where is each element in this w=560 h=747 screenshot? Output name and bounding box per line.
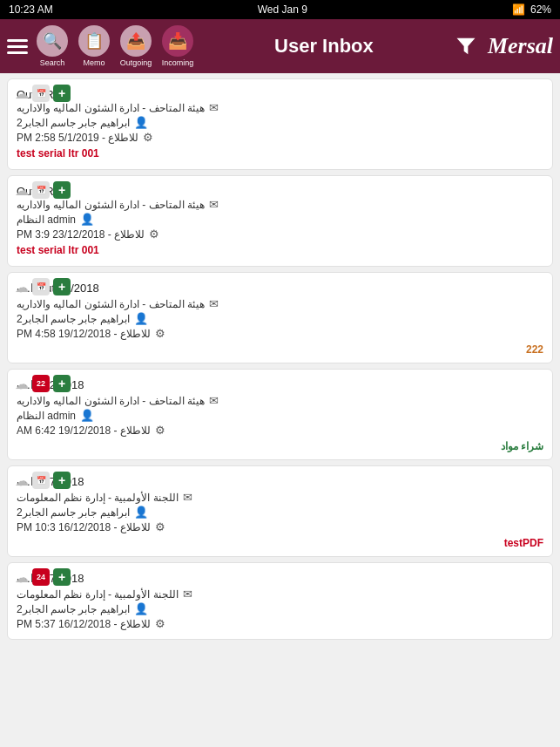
item-date-row: ⚙ للاطلاع - 23/12/2018 PM 3:9 [17,227,219,241]
clock-icon: ⚙ [149,227,159,241]
item-date-row: ⚙ للاطلاع - 19/12/2018 AM 6:42 [17,424,543,437]
add-button[interactable]: + [53,181,71,199]
item-datetime: للاطلاع - 19/12/2018 PM 4:58 [17,328,151,340]
person-icon: 👤 [134,506,148,519]
status-day: Wed Jan 9 [258,3,307,16]
inbox-item[interactable]: ☁ 📅 + Out/ARC/ ✉ هيئة المتاحف - ادارة ال… [7,78,553,170]
item-subject: ا.ت/Out/56/2018 [17,282,543,295]
item-date-row: ⚙ للاطلاع - 5/1/2019 PM 2:58 [17,131,219,144]
item-org-row: ✉ اللجنة الأولمبية - إدارة نظم المعلومات [17,491,543,504]
item-person-row: 👤 admin النظام [17,409,543,422]
incoming-label: Incoming [162,58,194,67]
item-footer: شراء مواد [17,440,543,452]
wifi-icon: 📶 [512,3,525,16]
inbox-item[interactable]: ☁ 📅 + ا.ت/Out/56/2018 ✉ هيئة المتاحف - ا… [7,272,553,363]
memo-label: Memo [83,58,105,67]
item-org-row: ✉ هيئة المتاحف - ادارة الشئون الماليه وا… [17,297,543,310]
cloud-icon: ☁ [15,85,29,102]
item-person: admin النظام [17,214,76,226]
add-button[interactable]: + [53,85,71,102]
item-person-row: 👤 ابراهيم جابر جاسم الجابر2 [17,312,543,325]
cloud-icon: ☁ [15,569,29,586]
item-org-row: ✉ هيئة المتاحف - ادارة الشئون الماليه وا… [17,198,219,211]
item-person: ابراهيم جابر جاسم الجابر2 [17,117,130,129]
item-subject: ا.ت/In/7/2018 [17,572,543,585]
item-org-row: ✉ هيئة المتاحف - ادارة الشئون الماليه وا… [17,101,219,114]
item-datetime: للاطلاع - 16/12/2018 PM 5:37 [17,618,151,630]
item-footer: testPDF [17,537,543,549]
item-date-row: ⚙ للاطلاع - 19/12/2018 PM 4:58 [17,327,543,340]
person-icon: 👤 [80,409,94,422]
item-footer: test serial ltr 001 [17,244,219,256]
item-org: هيئة المتاحف - ادارة الشئون الماليه والا… [17,298,205,310]
add-button[interactable]: + [53,568,71,586]
hamburger-menu[interactable] [7,39,28,54]
item-toolbar: ☁ 📅 + [15,181,71,199]
cal-badge: 24 [32,568,50,586]
person-icon: 👤 [134,602,148,615]
nav-incoming[interactable]: 📥 Incoming [157,24,199,69]
item-person-row: 👤 ابراهيم جابر جاسم الجابر2 [17,116,219,129]
status-right: 📶 62% [512,3,551,16]
envelope-icon: ✉ [183,491,192,504]
item-footer: 222 [17,343,543,356]
incoming-circle: 📥 [162,25,193,57]
item-toolbar: ☁ 📅 + [15,278,71,295]
clock-icon: ⚙ [143,131,153,144]
item-content: ا.ت/In/7/2018 ✉ اللجنة الأولمبية - إدارة… [17,572,543,630]
add-button[interactable]: + [53,278,71,295]
nav-bar: 🔍 Search 📋 Memo 📤 Outgoing 📥 Incoming Us… [0,19,560,73]
item-toolbar: ☁ 22 + [15,375,71,392]
item-person: ابراهيم جابر جاسم الجابر2 [17,313,130,325]
add-button[interactable]: + [53,375,71,392]
inbox-item[interactable]: ☁ 22 + ا.ت/In/2/2018 ✉ هيئة المتاحف - اد… [7,369,553,460]
add-button[interactable]: + [53,472,71,489]
item-toolbar: ☁ 📅 + [15,472,71,489]
item-person-row: 👤 admin النظام [17,213,219,226]
cloud-icon: ☁ [15,376,29,392]
item-subject: Out/ARC/ ✉ هيئة المتاحف - ادارة الشئون ا… [17,185,543,256]
envelope-icon: ✉ [209,297,219,310]
item-footer: test serial ltr 001 [17,147,219,160]
item-org-row: ✉ هيئة المتاحف - ادارة الشئون الماليه وا… [17,394,543,407]
inbox-item[interactable]: ☁ 24 + ا.ت/In/7/2018 ✉ اللجنة الأولمبية … [7,562,553,640]
item-content: ا.ت/In/7/2018 ✉ اللجنة الأولمبية - إدارة… [17,475,543,549]
envelope-icon: ✉ [183,587,192,601]
nav-search[interactable]: 🔍 Search [31,24,73,69]
status-bar: 10:23 AM Wed Jan 9 📶 62% [0,0,560,19]
inbox-list: ☁ 📅 + Out/ARC/ ✉ هيئة المتاحف - ادارة ال… [0,73,560,645]
item-person-row: 👤 ابراهيم جابر جاسم الجابر2 [17,602,543,615]
nav-memo[interactable]: 📋 Memo [73,24,115,69]
outgoing-label: Outgoing [120,58,152,67]
nav-outgoing[interactable]: 📤 Outgoing [115,24,157,69]
cal-badge: 📅 [32,181,50,199]
person-icon: 👤 [134,312,148,325]
item-org: اللجنة الأولمبية - إدارة نظم المعلومات [17,588,179,601]
filter-button[interactable] [449,30,482,63]
item-person: ابراهيم جابر جاسم الجابر2 [17,506,130,519]
item-org: هيئة المتاحف - ادارة الشئون الماليه والا… [17,395,205,407]
item-person-row: 👤 ابراهيم جابر جاسم الجابر2 [17,506,543,519]
item-datetime: للاطلاع - 19/12/2018 AM 6:42 [17,424,151,437]
incoming-icon: 📥 [168,31,187,51]
inbox-item[interactable]: ☁ 📅 + ا.ت/In/7/2018 ✉ اللجنة الأولمبية -… [7,465,553,557]
item-date-row: ⚙ للاطلاع - 16/12/2018 PM 5:37 [17,617,543,630]
clock-icon: ⚙ [155,520,165,533]
envelope-icon: ✉ [209,198,219,211]
cloud-icon: ☁ [15,472,29,489]
item-subject: ا.ت/In/7/2018 [17,475,543,488]
outgoing-icon: 📤 [126,31,145,51]
clock-icon: ⚙ [155,617,165,630]
item-date-row: ⚙ للاطلاع - 16/12/2018 PM 10:3 [17,520,543,533]
cloud-icon: ☁ [15,279,29,295]
item-org: هيئة المتاحف - ادارة الشئون الماليه والا… [17,199,205,211]
item-datetime: للاطلاع - 23/12/2018 PM 3:9 [17,228,145,241]
item-toolbar: ☁ 24 + [15,568,71,586]
person-icon: 👤 [134,116,148,129]
item-subject: Out/ARC/ ✉ هيئة المتاحف - ادارة الشئون ا… [17,88,543,160]
cloud-icon: ☁ [15,182,29,199]
clock-icon: ⚙ [155,327,165,340]
outgoing-circle: 📤 [120,25,152,57]
cal-badge: 22 [32,375,50,392]
inbox-item[interactable]: ☁ 📅 + Out/ARC/ ✉ هيئة المتاحف - ادارة ال… [7,175,553,267]
